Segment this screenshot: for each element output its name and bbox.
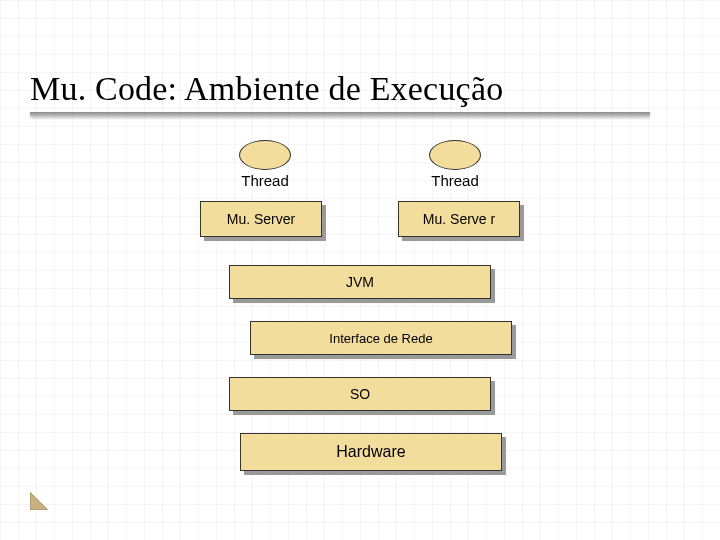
so-label: SO bbox=[229, 377, 491, 411]
slide-title: Mu. Code: Ambiente de Execução bbox=[30, 70, 690, 108]
muserver-left-label: Mu. Server bbox=[200, 201, 322, 237]
muserver-right-label: Mu. Serve r bbox=[398, 201, 520, 237]
jvm-row: JVM bbox=[180, 265, 540, 299]
hardware-row: Hardware bbox=[180, 433, 540, 471]
thread-right-label: Thread bbox=[431, 172, 479, 189]
hardware-label: Hardware bbox=[240, 433, 502, 471]
thread-left-label: Thread bbox=[241, 172, 289, 189]
jvm-label: JVM bbox=[229, 265, 491, 299]
network-row: Interface de Rede bbox=[180, 321, 540, 355]
muserver-left-box: Mu. Server bbox=[200, 201, 322, 237]
thread-left: Thread bbox=[210, 140, 320, 189]
thread-ellipse-icon bbox=[239, 140, 291, 170]
title-underline bbox=[30, 112, 650, 116]
hardware-box: Hardware bbox=[240, 433, 502, 471]
page-corner-fold-icon bbox=[30, 492, 48, 510]
network-box: Interface de Rede bbox=[250, 321, 512, 355]
so-box: SO bbox=[229, 377, 491, 411]
muserver-row: Mu. Server Mu. Serve r bbox=[180, 201, 540, 237]
thread-right: Thread bbox=[400, 140, 510, 189]
thread-ellipse-icon bbox=[429, 140, 481, 170]
so-row: SO bbox=[180, 377, 540, 411]
muserver-right-box: Mu. Serve r bbox=[398, 201, 520, 237]
jvm-box: JVM bbox=[229, 265, 491, 299]
network-label: Interface de Rede bbox=[250, 321, 512, 355]
architecture-diagram: Thread Thread Mu. Server Mu. Serve r JVM… bbox=[180, 140, 540, 471]
threads-row: Thread Thread bbox=[180, 140, 540, 189]
